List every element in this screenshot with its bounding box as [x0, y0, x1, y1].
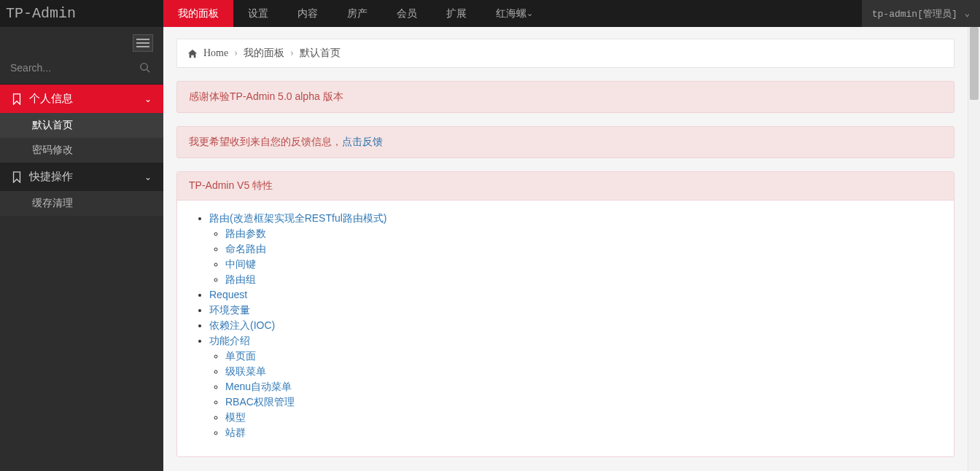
scrollbar-thumb[interactable]	[970, 27, 979, 100]
feature-subitem: 路由参数	[225, 226, 938, 241]
svg-line-1	[147, 69, 149, 72]
feature-subitem: 单页面	[225, 349, 938, 364]
feature-link[interactable]: 命名路由	[225, 243, 266, 254]
topnav-item[interactable]: 会员	[382, 0, 432, 27]
feature-subitem: 模型	[225, 410, 938, 425]
feature-link[interactable]: 模型	[225, 411, 246, 423]
feature-subitem: RBAC权限管理	[225, 394, 938, 410]
feature-subitem: 中间键	[225, 257, 938, 272]
alert-banner: 我更希望收到来自您的反馈信息，点击反馈	[176, 126, 954, 158]
feature-subitem: 命名路由	[225, 241, 938, 257]
menu-toggle-button[interactable]	[133, 34, 153, 52]
topnav-item[interactable]: 红海螺 ⌄	[481, 0, 548, 27]
sidebar-item[interactable]: 缓存清理	[0, 191, 163, 216]
alert-banner: 感谢体验TP-Admin 5.0 alpha 版本	[176, 81, 954, 113]
topnav-item[interactable]: 内容	[283, 0, 332, 27]
search-icon[interactable]	[139, 62, 150, 75]
sidebar-section[interactable]: 快捷操作⌄	[0, 163, 163, 191]
sidebar-item[interactable]: 密码修改	[0, 138, 163, 163]
feature-link[interactable]: 功能介绍	[209, 335, 250, 346]
topnav-item[interactable]: 设置	[233, 0, 283, 27]
alert-link[interactable]: 点击反馈	[342, 136, 383, 147]
chevron-down-icon: ⌄	[144, 94, 152, 104]
feature-item: 依赖注入(IOC)	[209, 318, 938, 333]
main: Home › 我的面板 › 默认首页 感谢体验TP-Admin 5.0 alph…	[163, 27, 968, 471]
features-panel: TP-Admin V5 特性 路由(改造框架实现全RESTful路由模式)路由参…	[176, 171, 954, 457]
topbar: TP-Admin 我的面板设置内容房产会员扩展红海螺 ⌄ tp-admin[管理…	[0, 0, 980, 27]
feature-link[interactable]: 站群	[225, 427, 246, 438]
feature-list: 路由(改造框架实现全RESTful路由模式)路由参数命名路由中间键路由组Requ…	[193, 211, 938, 440]
feature-subitem: Menu自动菜单	[225, 379, 938, 394]
sidebar: 个人信息⌄默认首页密码修改快捷操作⌄缓存清理	[0, 27, 163, 471]
chevron-right-icon: ›	[290, 47, 294, 59]
feature-item: 路由(改造框架实现全RESTful路由模式)路由参数命名路由中间键路由组	[209, 211, 938, 287]
feature-link[interactable]: 路由(改造框架实现全RESTful路由模式)	[209, 212, 386, 224]
feature-link[interactable]: 路由组	[225, 273, 256, 285]
feature-link[interactable]: 依赖注入(IOC)	[209, 319, 275, 331]
breadcrumb-home[interactable]: Home	[203, 47, 228, 59]
feature-link[interactable]: 级联菜单	[225, 365, 266, 377]
breadcrumb: Home › 我的面板 › 默认首页	[176, 39, 954, 68]
chevron-down-icon: ⌄	[965, 8, 970, 19]
content: 感谢体验TP-Admin 5.0 alpha 版本 我更希望收到来自您的反馈信息…	[163, 68, 968, 471]
scrollbar[interactable]	[968, 27, 980, 471]
alert-text: 我更希望收到来自您的反馈信息，	[189, 136, 342, 147]
feature-link[interactable]: 路由参数	[225, 227, 266, 239]
feature-link[interactable]: 环境变量	[209, 304, 250, 316]
feature-link[interactable]: 单页面	[225, 350, 256, 362]
search-input[interactable]	[10, 62, 153, 74]
bookmark-icon	[12, 93, 22, 105]
brand: TP-Admin	[0, 0, 163, 27]
breadcrumb-item[interactable]: 我的面板	[244, 47, 284, 60]
feature-link[interactable]: 中间键	[225, 258, 256, 270]
sidebar-item[interactable]: 默认首页	[0, 113, 163, 138]
user-menu[interactable]: tp-admin[管理员] ⌄	[862, 0, 980, 27]
chevron-right-icon: ›	[234, 47, 238, 59]
home-icon	[187, 49, 198, 58]
feature-subitem: 站群	[225, 425, 938, 440]
feature-item: 功能介绍单页面级联菜单Menu自动菜单RBAC权限管理模型站群	[209, 333, 938, 440]
feature-item: Request	[209, 287, 938, 303]
breadcrumb-item: 默认首页	[300, 47, 341, 60]
topnav-item[interactable]: 我的面板	[163, 0, 233, 27]
topnav: 我的面板设置内容房产会员扩展红海螺 ⌄	[163, 0, 862, 27]
sidebar-section-label: 个人信息	[29, 92, 73, 106]
search-row	[0, 56, 163, 85]
sidebar-section[interactable]: 个人信息⌄	[0, 85, 163, 113]
panel-title: TP-Admin V5 特性	[177, 172, 954, 201]
chevron-down-icon: ⌄	[144, 172, 152, 182]
feature-link[interactable]: Menu自动菜单	[225, 381, 292, 392]
feature-subitem: 路由组	[225, 272, 938, 287]
alert-text: 感谢体验TP-Admin 5.0 alpha 版本	[189, 90, 343, 102]
svg-point-0	[141, 63, 147, 70]
feature-subitem: 级联菜单	[225, 364, 938, 379]
topnav-item[interactable]: 房产	[332, 0, 382, 27]
bookmark-icon	[12, 171, 22, 183]
user-label: tp-admin[管理员]	[872, 7, 957, 20]
chevron-down-icon: ⌄	[526, 9, 533, 18]
feature-link[interactable]: RBAC权限管理	[225, 396, 295, 408]
sidebar-section-label: 快捷操作	[29, 170, 73, 184]
topnav-item[interactable]: 扩展	[432, 0, 481, 27]
feature-link[interactable]: Request	[209, 289, 247, 300]
feature-item: 环境变量	[209, 303, 938, 318]
